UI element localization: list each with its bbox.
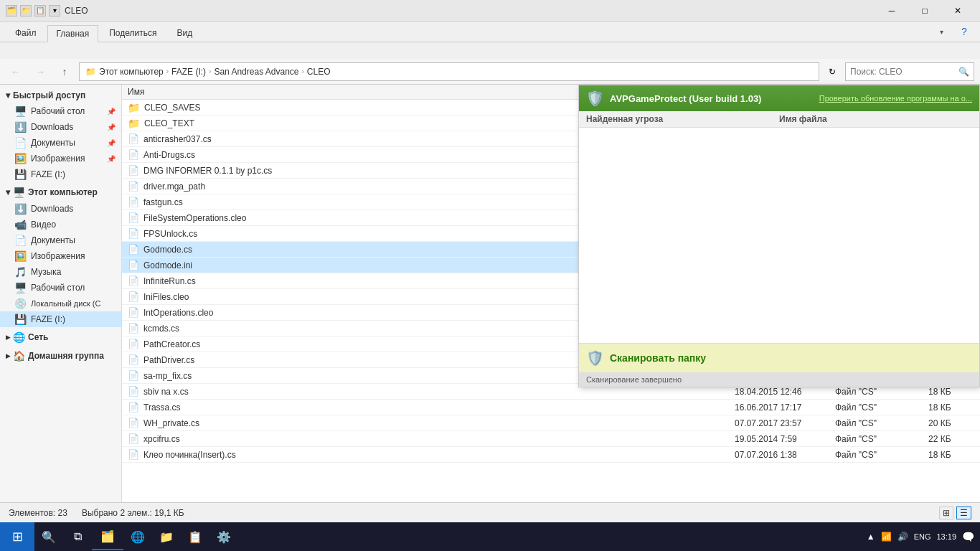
cs-file-icon: 📄 — [128, 386, 139, 397]
sidebar-item-downloads-pc[interactable]: ⬇️ Downloads — [0, 201, 121, 217]
search-box[interactable]: 🔍 — [845, 62, 974, 81]
scan-button[interactable]: Сканировать папку — [610, 352, 706, 364]
avp-status-bar: Сканирование завершено — [579, 372, 979, 387]
mga-file-icon: 📄 — [128, 181, 139, 192]
notification-btn[interactable]: 🗨️ — [962, 531, 974, 542]
tab-share[interactable]: Поделиться — [100, 24, 166, 42]
path-this-pc[interactable]: Этот компьютер — [99, 67, 164, 77]
sidebar-item-desktop-quick[interactable]: 🖥️ Рабочий стол 📌 — [0, 103, 121, 119]
quick-access-header[interactable]: ▾ Быстрый доступ — [0, 88, 121, 103]
minimize-button[interactable]: ─ — [875, 0, 908, 22]
title-bar-icons: 🗂️ 📁 📋 ▾ — [6, 5, 60, 17]
sidebar-item-label: FAZE (I:) — [31, 169, 65, 179]
images-icon: 🖼️ — [14, 153, 27, 164]
homegroup-header[interactable]: ▸ 🏠 Домашняя группа — [0, 347, 121, 364]
address-path[interactable]: 📁 Этот компьютер › FAZE (I:) › San Andre… — [79, 62, 819, 81]
sidebar-item-label: Downloads — [31, 204, 73, 214]
taskbar-explorer-app[interactable]: 🗂️ — [92, 523, 123, 550]
file-name-cell: 📄 Trassa.cs — [122, 400, 729, 414]
sidebar-item-images-quick[interactable]: 🖼️ Изображения 📌 — [0, 151, 121, 166]
sidebar-item-label: Музыка — [31, 267, 61, 277]
file-name: sbiv na x.cs — [143, 387, 189, 397]
ribbon-help-btn[interactable]: ? — [954, 22, 974, 42]
maximize-button[interactable]: □ — [908, 0, 941, 22]
sidebar-item-documents-pc[interactable]: 📄 Документы — [0, 232, 121, 248]
network-header[interactable]: ▸ 🌐 Сеть — [0, 329, 121, 346]
tray-icons: ▲ — [867, 532, 875, 542]
table-row[interactable]: 📄 Клео починка(Insert).cs 07.07.2016 1:3… — [122, 447, 980, 463]
window-icon: 🗂️ — [6, 5, 17, 17]
sidebar-item-faze-quick[interactable]: 💾 FAZE (I:) — [0, 166, 121, 182]
file-name: CLEO_SAVES — [144, 103, 200, 113]
search-input[interactable] — [850, 67, 956, 77]
taskbar-app2-btn[interactable]: 📁 — [152, 522, 181, 551]
details-view-icon[interactable]: ☰ — [956, 507, 971, 519]
pin-icon: 📌 — [107, 123, 116, 131]
new-folder-icon[interactable]: 📁 — [20, 5, 32, 17]
file-size-cell: 22 КБ — [923, 433, 980, 446]
file-name-cell: 📄 Клео починка(Insert).cs — [122, 448, 729, 461]
cs-file-icon: 📄 — [128, 418, 139, 428]
this-pc-label: Этот компьютер — [28, 187, 98, 197]
avp-update-link[interactable]: Проверить обновление программы на о... — [819, 94, 972, 103]
sidebar-item-downloads-quick[interactable]: ⬇️ Downloads 📌 — [0, 119, 121, 135]
downloads-icon: ⬇️ — [14, 121, 27, 133]
forward-button[interactable]: → — [30, 62, 50, 82]
taskbar-ie-btn[interactable]: 🌐 — [123, 522, 152, 551]
sidebar-item-desktop-pc[interactable]: 🖥️ Рабочий стол — [0, 280, 121, 296]
file-name: IniFiles.cleo — [143, 292, 189, 302]
file-name: kcmds.cs — [143, 324, 179, 334]
sidebar-item-label: Рабочий стол — [31, 106, 85, 116]
ribbon-content-area — [0, 42, 980, 59]
homegroup-icon: 🏠 — [13, 350, 25, 362]
window-title: CLEO — [65, 6, 88, 16]
taskbar-clock[interactable]: 13:19 — [936, 532, 956, 541]
table-row[interactable]: 📄 xpcifru.cs 19.05.2014 7:59 Файл "CS" 2… — [122, 431, 980, 447]
sidebar-item-docs-quick[interactable]: 📄 Документы 📌 — [0, 135, 121, 151]
this-pc-header[interactable]: ▾ 🖥️ Этот компьютер — [0, 184, 121, 201]
file-name: PathCreator.cs — [143, 339, 200, 349]
start-button[interactable]: ⊞ — [0, 522, 34, 551]
sidebar-item-label: Документы — [31, 138, 75, 148]
up-button[interactable]: ↑ — [55, 62, 75, 82]
sidebar: ▾ Быстрый доступ 🖥️ Рабочий стол 📌 ⬇️ Do… — [0, 85, 122, 502]
taskbar-app3-btn[interactable]: 📋 — [181, 522, 209, 551]
sidebar-item-music[interactable]: 🎵 Музыка — [0, 264, 121, 280]
address-bar: ← → ↑ 📁 Этот компьютер › FAZE (I:) › San… — [0, 59, 980, 85]
properties-icon[interactable]: 📋 — [34, 5, 46, 17]
sidebar-item-local-disk[interactable]: 💿 Локальный диск (C — [0, 296, 121, 311]
sidebar-item-video[interactable]: 📹 Видео — [0, 217, 121, 232]
windows-icon: ⊞ — [12, 529, 23, 545]
pc-icon: 🖥️ — [13, 187, 25, 198]
file-name: Godmode.ini — [143, 260, 192, 270]
table-row[interactable]: 📄 WH_private.cs 07.07.2017 23:57 Файл "C… — [122, 415, 980, 431]
ribbon-expand-btn[interactable]: ▾ — [931, 22, 951, 42]
cs-file-icon: 📄 — [128, 339, 139, 349]
path-san-andreas[interactable]: San Andreas Advance — [214, 67, 298, 77]
avp-content-area — [579, 128, 979, 343]
tab-file[interactable]: Файл — [6, 24, 46, 42]
more-icon[interactable]: ▾ — [49, 5, 60, 17]
avp-col-filename: Имя файла — [779, 114, 972, 124]
network-label: Сеть — [28, 332, 48, 342]
title-bar: 🗂️ 📁 📋 ▾ CLEO ─ □ ✕ — [0, 0, 980, 22]
tab-home[interactable]: Главная — [47, 25, 99, 42]
task-view-btn[interactable]: ⧉ — [63, 522, 92, 551]
path-cleo[interactable]: CLEO — [307, 67, 331, 77]
taskbar-app4-btn[interactable]: ⚙️ — [209, 522, 238, 551]
downloads-icon2: ⬇️ — [14, 203, 27, 215]
refresh-button[interactable]: ↻ — [824, 63, 841, 80]
sidebar-item-images-pc[interactable]: 🖼️ Изображения — [0, 248, 121, 264]
sidebar-item-faze-pc[interactable]: 💾 FAZE (I:) — [0, 311, 121, 327]
path-faze[interactable]: FAZE (I:) — [171, 67, 206, 77]
back-button[interactable]: ← — [6, 62, 26, 82]
cleo-file-icon: 📄 — [128, 307, 139, 318]
tab-view[interactable]: Вид — [167, 24, 202, 42]
close-button[interactable]: ✕ — [941, 0, 974, 22]
status-bar: Элементов: 23 Выбрано 2 элем.: 19,1 КБ ⊞… — [0, 502, 980, 522]
search-taskbar-btn[interactable]: 🔍 — [34, 522, 63, 551]
lang-indicator[interactable]: ENG — [914, 532, 931, 541]
list-view-icon[interactable]: ⊞ — [939, 507, 953, 519]
network-tray-icon: 📶 — [881, 532, 892, 542]
table-row[interactable]: 📄 Trassa.cs 16.06.2017 17:17 Файл "CS" 1… — [122, 400, 980, 415]
